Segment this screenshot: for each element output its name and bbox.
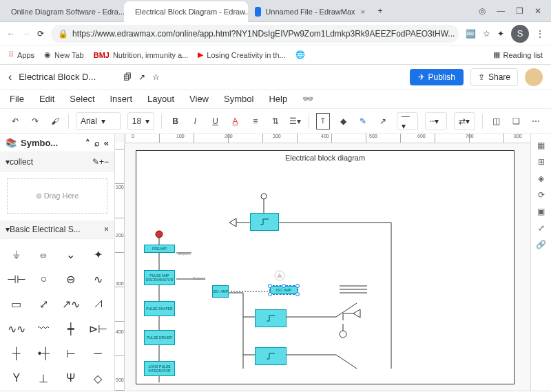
selection-handle[interactable] [295,292,300,296]
menu-help[interactable]: Help [269,94,287,104]
underline-button[interactable]: U [209,113,222,130]
line-spacing-button[interactable]: ⇅ [269,113,282,130]
bookmark-bmj[interactable]: BMJNutrition, immunity a... [94,51,189,59]
style-icon[interactable]: ▦ [537,141,545,150]
more-button[interactable]: ⋯ [530,113,543,130]
library-icon[interactable]: 📚 [6,138,17,148]
symbol-antenna[interactable]: Y [4,367,29,389]
user-avatar[interactable] [525,68,543,86]
back-button[interactable]: ← [7,29,15,39]
symbol-var-res[interactable]: ↗∿ [59,293,83,315]
block-pulse-shaper[interactable]: PULSE SHAPER [144,301,175,316]
collect-section[interactable]: ▾ collect ✎ + − [0,152,114,171]
symbol-zigzag[interactable]: ⩘ [86,293,111,315]
edit-icon[interactable]: ✎ [92,157,99,167]
group-button[interactable]: ◫ [490,113,503,130]
document-title[interactable]: Electrical Block D... [19,72,96,82]
profile-avatar[interactable]: S [511,25,529,43]
close-icon[interactable]: × [361,8,365,16]
symbol-earth[interactable]: ⏛ [32,243,56,265]
selection-handle[interactable] [268,284,272,288]
list-button[interactable]: ☰▾ [289,113,302,130]
block-mid-2[interactable] [255,347,287,365]
export-icon[interactable]: ↗ [138,72,145,82]
text-color-button[interactable]: A [229,113,242,130]
block-iso-amp-1[interactable]: ISO. AMP [212,285,229,298]
selection-handle[interactable] [282,284,286,288]
add-icon[interactable]: + [99,157,104,167]
symbol-antenna2[interactable]: ⊥ [32,367,56,389]
block-pulse-amp[interactable]: PULSE AMP DISCRIMINATOR [144,270,175,285]
symbol-dot[interactable]: •┼ [32,342,56,364]
maximize-button[interactable]: ❐ [516,6,523,16]
history-icon[interactable]: ⟳ [538,190,545,200]
translate-icon[interactable]: 🔤 [466,29,476,39]
drag-drop-zone[interactable]: ⊕ Drag Here [7,178,107,214]
symbol-wave[interactable]: 〰 [32,318,56,340]
symbol-dipole[interactable]: Ψ [59,367,83,389]
symbol-diode[interactable]: ⊳⊢ [86,318,111,340]
save-icon[interactable]: 🗐 [123,72,132,82]
reload-button[interactable]: ⟳ [37,29,44,39]
symbol-line[interactable]: ─ [86,342,111,364]
canvas-area[interactable]: 0100200300400500600700800 10020030040050… [115,134,530,391]
arrow-select[interactable]: ⇄▾ [454,112,475,130]
block-mid-1[interactable] [255,309,287,327]
menu-symbol[interactable]: Symbol [224,94,253,104]
dash-select[interactable]: ┄▾ [425,112,446,130]
symbol-chassis[interactable]: ⌄ [59,243,83,265]
star-icon[interactable]: ☆ [152,72,160,82]
menu-view[interactable]: View [189,94,209,104]
block-top[interactable] [250,213,279,231]
menu-icon[interactable]: ⋮ [536,29,544,39]
publish-button[interactable]: ✈Publish [410,69,464,85]
search-icon[interactable]: ⌕ [94,138,100,148]
symbol-resistor[interactable]: ∿ [86,268,111,290]
symbol-loop[interactable]: ◇ [86,367,111,389]
forward-button[interactable]: → [22,29,30,39]
symbol-variable[interactable]: ⤢ [32,293,56,315]
star-icon[interactable]: ☆ [483,29,490,39]
symbol-cross[interactable]: ┼ [4,342,29,364]
symbol-ground[interactable]: ⏚ [4,243,29,265]
symbol-terminal[interactable]: ⊢ [59,342,83,364]
italic-button[interactable]: I [189,113,202,130]
redo-button[interactable]: ↷ [28,113,41,130]
symbol-lamp[interactable]: ⊖ [59,268,83,290]
line-weight-select[interactable]: —▾ [397,112,418,130]
tab-3[interactable]: Unnamed File - EdrawMax× [248,1,372,22]
url-input[interactable]: 🔒 https://www.edrawmax.com/online/app.ht… [51,25,459,43]
back-button[interactable]: ‹ [8,71,12,83]
close-icon[interactable]: × [104,225,109,234]
symbol-junction[interactable]: ┿ [59,318,83,340]
layers-icon[interactable]: ◈ [538,174,544,183]
collapse-icon[interactable]: « [104,138,109,148]
line-color-button[interactable]: ✎ [357,113,370,130]
chevron-up-icon[interactable]: ˄ [85,138,90,148]
extensions-icon[interactable]: ✦ [497,29,504,39]
menu-file[interactable]: File [10,94,24,104]
undo-button[interactable]: ↶ [8,113,21,130]
bookmark-globe[interactable]: 🌐 [295,50,305,59]
bookmark-youtube[interactable]: ▶Losing Creativity in th... [198,50,285,59]
link-icon[interactable]: 🔗 [536,240,546,249]
symbol-capacitor[interactable]: ⊣⊢ [4,268,29,290]
glasses-icon[interactable]: 👓 [302,94,313,104]
line-style-button[interactable]: ↗ [377,113,390,130]
selection-handle[interactable] [295,284,300,288]
tab-1[interactable]: Online Diagram Software - Edra...× [0,1,124,22]
text-box-button[interactable]: T [316,113,329,130]
symbol-node[interactable]: ✦ [86,243,111,265]
resize-icon[interactable]: ⤢ [538,223,545,233]
share-button[interactable]: ⇪Share [470,68,518,86]
minimize-button[interactable]: — [497,6,505,16]
menu-edit[interactable]: Edit [39,94,54,104]
drawing-canvas[interactable]: Electrical block diagram PREAMP [136,150,514,384]
apps-button[interactable]: ⠿Apps [8,50,34,59]
layer-button[interactable]: ❏ [510,113,523,130]
reading-list-button[interactable]: ▦Reading list [493,50,543,59]
format-painter-button[interactable]: 🖌 [48,113,61,130]
font-select[interactable]: Arial▾ [76,112,121,130]
symbol-inductor[interactable]: ∿∿ [4,318,29,340]
bold-button[interactable]: B [169,113,182,130]
